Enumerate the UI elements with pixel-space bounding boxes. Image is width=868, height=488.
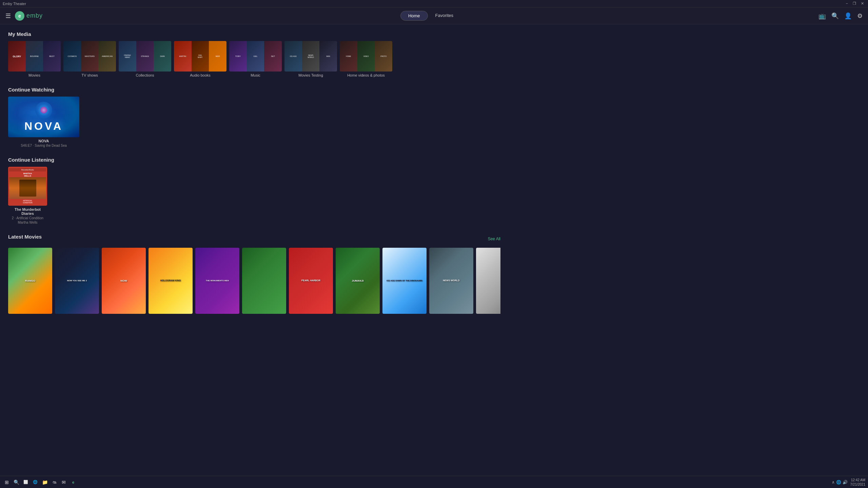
taskbar-edge-icon[interactable]: 🌐 (31, 478, 39, 486)
logo[interactable]: e emby (15, 11, 43, 21)
latest-movies-section: Latest Movies See All RANGO NOW YOU SEE … (8, 234, 500, 314)
start-button[interactable]: ⊞ (3, 478, 11, 486)
taskbar-right: ∧ 🌐 🔊 12:42 AM 7/21/2021 (832, 478, 866, 487)
taskbar-emby-icon[interactable]: e (69, 478, 77, 486)
logo-icon: e (15, 11, 24, 21)
tray-expand-icon[interactable]: ∧ (832, 480, 835, 485)
taskbar-folder-icon[interactable]: 📁 (41, 478, 49, 486)
continue-listening-title: Continue Listening (8, 157, 500, 163)
movie-item-now[interactable]: NOW (102, 248, 146, 314)
nav-right: 📺 🔍 👤 ⚙ (818, 12, 863, 20)
murderbot-author: Martha Wells (8, 221, 47, 224)
movie-item-iceage[interactable]: ICE AGE DAWN OF THE DINOSAURS (382, 248, 427, 314)
home-videos-thumb: HOME VIDEO PHOTO (340, 41, 392, 72)
taskbar-search-icon[interactable]: 🔍 (12, 478, 20, 486)
my-media-item-collections[interactable]: FINDINGNEMO STRANGE DARK Collections (119, 41, 171, 77)
clock-time: 12:42 AM (850, 478, 866, 482)
audiobooks-label: Audio books (174, 73, 226, 77)
nova-subtitle: S46:E7 · Saving the Dead Sea (8, 144, 79, 147)
settings-icon[interactable]: ⚙ (857, 12, 863, 20)
system-tray: ∧ 🌐 🔊 (832, 480, 848, 485)
taskbar-mail-icon[interactable]: ✉ (60, 478, 68, 486)
system-clock[interactable]: 12:42 AM 7/21/2021 (850, 478, 866, 487)
monuments-poster: THE MONUMENTS MEN (195, 248, 239, 314)
my-media-item-home-videos[interactable]: HOME VIDEO PHOTO Home videos & photos (340, 41, 392, 77)
hamburger-icon[interactable]: ☰ (5, 12, 11, 20)
pearl-poster: PEARL HARBOR (289, 248, 333, 314)
my-media-section: My Media GLORY BOURNE BEST Movies COSMOS… (8, 31, 500, 77)
restore-button[interactable]: ❐ (851, 1, 857, 6)
tab-favorites[interactable]: Favorites (428, 11, 461, 21)
my-media-item-tvshows[interactable]: COSMOS MASTERS AMERICAN TV shows (63, 41, 116, 77)
latest-movies-header: Latest Movies See All (8, 234, 500, 244)
movies-testing-thumb: ICE AGE NEWSWORLD MAN (284, 41, 337, 72)
home-videos-label: Home videos & photos (340, 73, 392, 77)
taskbar-store-icon[interactable]: 🛍 (50, 478, 58, 486)
nova-visual: NOVA (8, 97, 79, 137)
continue-watching-section: Continue Watching NOVA NOVA S46:E7 · Sav… (8, 87, 500, 147)
movie-item-hologram[interactable]: HOLOGRAM KING (149, 248, 193, 314)
book-image (9, 177, 46, 199)
iceage-poster: ICE AGE DAWN OF THE DINOSAURS (382, 248, 427, 314)
user-icon[interactable]: 👤 (844, 12, 852, 20)
movie-item-jumanji[interactable]: JUMANJI (336, 248, 380, 314)
movie-item-rango[interactable]: RANGO (8, 248, 52, 314)
my-media-row: GLORY BOURNE BEST Movies COSMOS MASTERS … (8, 41, 500, 77)
continue-item-nova[interactable]: NOVA NOVA S46:E7 · Saving the Dead Sea (8, 97, 79, 147)
my-media-item-audiobooks[interactable]: MARTINI HAILMARY WEIR Audio books (174, 41, 226, 77)
tray-volume-icon[interactable]: 🔊 (843, 480, 848, 485)
nysm2-poster: NOW YOU SEE ME 2 (55, 248, 99, 314)
murderbot-subtitle: 2 · Artificial Condition (8, 216, 47, 220)
movie-item-nysm2[interactable]: NOW YOU SEE ME 2 (55, 248, 99, 314)
music-label: Music (229, 73, 282, 77)
close-button[interactable]: ✕ (860, 1, 865, 6)
my-media-item-movies[interactable]: GLORY BOURNE BEST Movies (8, 41, 61, 77)
title-bar: Emby Theater − ❐ ✕ (0, 0, 868, 7)
title-bar-title: Emby Theater (3, 2, 26, 6)
nova-logo: NOVA (24, 120, 63, 133)
continue-listening-row: Recorded Books MARTHAWELLS ARTIFICIALCON… (8, 167, 500, 224)
rango-poster: RANGO (8, 248, 52, 314)
logo-text: emby (26, 12, 43, 19)
taskbar: ⊞ 🔍 ⬜ 🌐 📁 🛍 ✉ e ∧ 🌐 🔊 12:42 AM 7/21/2021 (0, 476, 868, 488)
collections-thumb: FINDINGNEMO STRANGE DARK (119, 41, 171, 72)
movie-item-news[interactable]: NEWS WORLD (429, 248, 473, 314)
my-media-title: My Media (8, 31, 500, 37)
collections-label: Collections (119, 73, 171, 77)
book-visual: Recorded Books MARTHAWELLS ARTIFICIALCON… (8, 167, 47, 206)
my-media-item-movies-testing[interactable]: ICE AGE NEWSWORLD MAN Movies Testing (284, 41, 337, 77)
continue-watching-title: Continue Watching (8, 87, 500, 93)
minimize-button[interactable]: − (845, 1, 849, 6)
taskbar-left: ⊞ 🔍 ⬜ 🌐 📁 🛍 ✉ e (3, 478, 77, 486)
murderbot-title: The Murderbot Diaries (8, 207, 47, 216)
movie-item-monuments[interactable]: THE MONUMENTS MEN (195, 248, 239, 314)
cast-icon[interactable]: 📺 (818, 12, 826, 20)
audiobooks-thumb: MARTINI HAILMARY WEIR (174, 41, 226, 72)
tvshows-thumb: COSMOS MASTERS AMERICAN (63, 41, 116, 72)
nav-tabs: Home Favorites (400, 11, 461, 21)
latest-movies-title: Latest Movies (8, 234, 42, 240)
continue-listen-murderbot[interactable]: Recorded Books MARTHAWELLS ARTIFICIALCON… (8, 167, 47, 224)
see-all-link[interactable]: See All (488, 237, 500, 241)
now-poster: NOW (102, 248, 146, 314)
task-view-icon[interactable]: ⬜ (22, 478, 30, 486)
nav-left: ☰ e emby (5, 11, 43, 21)
movies-testing-label: Movies Testing (284, 73, 337, 77)
top-nav: ☰ e emby Home Favorites 📺 🔍 👤 ⚙ (0, 7, 868, 24)
continue-listening-section: Continue Listening Recorded Books MARTHA… (8, 157, 500, 224)
tray-network-icon[interactable]: 🌐 (836, 480, 841, 485)
movie-item-mystery[interactable] (476, 248, 500, 314)
movie-item-divergent[interactable] (242, 248, 286, 314)
news-poster: NEWS WORLD (429, 248, 473, 314)
hologram-poster: HOLOGRAM KING (149, 248, 193, 314)
movies-label: Movies (8, 73, 61, 77)
music-thumb: TOBY GEL SET (229, 41, 282, 72)
tvshows-label: TV shows (63, 73, 116, 77)
search-icon[interactable]: 🔍 (831, 12, 839, 20)
clock-date: 7/21/2021 (850, 482, 866, 487)
movies-thumb: GLORY BOURNE BEST (8, 41, 61, 72)
divergent-poster (242, 248, 286, 314)
movie-item-pearl[interactable]: PEARL HARBOR (289, 248, 333, 314)
my-media-item-music[interactable]: TOBY GEL SET Music (229, 41, 282, 77)
tab-home[interactable]: Home (400, 11, 428, 21)
